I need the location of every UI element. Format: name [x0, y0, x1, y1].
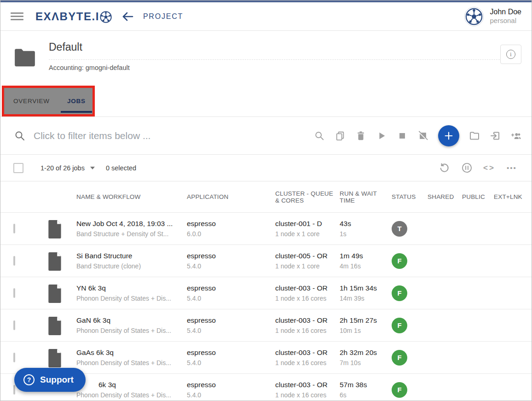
back-arrow-icon[interactable] — [121, 11, 134, 22]
column-header-status[interactable]: STATUS — [391, 193, 426, 200]
info-button[interactable]: i — [500, 45, 521, 64]
status-badge: F — [392, 350, 407, 366]
more-icon[interactable]: ••• — [506, 162, 518, 174]
menu-icon[interactable] — [11, 12, 23, 20]
job-wait-time: 10m 1s — [340, 326, 386, 335]
user-account-type: personal — [490, 17, 522, 25]
job-cluster-queue: cluster-003 - OR — [275, 380, 334, 390]
table-row[interactable]: YN 6k 3q Phonon Density of States + Dis.… — [0, 277, 532, 309]
job-wait-time: 6s — [340, 390, 386, 400]
job-cluster-queue: cluster-003 - OR — [275, 315, 334, 325]
project-header: Default Accounting: gmogni-default i — [0, 31, 532, 86]
run-icon[interactable] — [376, 130, 387, 141]
job-application: espresso — [187, 380, 269, 390]
share-with-people-icon[interactable] — [510, 130, 521, 141]
job-wait-time: 4m 16s — [340, 262, 386, 271]
job-cores: 1 node x 1 core — [275, 229, 334, 238]
page-size-dropdown-icon[interactable] — [90, 167, 95, 169]
job-cores: 1 node x 16 cores — [275, 294, 334, 303]
job-application-version: 6.0.0 — [187, 229, 269, 238]
user-name: John Doe — [490, 7, 522, 17]
tabs-bar: OVERVIEW JOBS — [0, 86, 532, 117]
tab-jobs[interactable]: JOBS — [67, 88, 86, 114]
job-name[interactable]: Si Band Structure — [76, 251, 180, 261]
job-cluster-queue: cluster-001 - D — [275, 219, 334, 229]
job-cores: 1 node x 16 cores — [275, 390, 334, 400]
job-cores: 1 node x 16 cores — [275, 326, 334, 335]
row-checkbox[interactable] — [13, 256, 15, 266]
row-checkbox[interactable] — [13, 353, 15, 362]
project-folder-icon — [13, 47, 36, 68]
column-header-application[interactable]: APPLICATION — [187, 193, 275, 200]
tab-overview-label: OVERVIEW — [13, 98, 50, 105]
job-name[interactable]: YN 6k 3q — [76, 283, 180, 293]
filter-input[interactable] — [34, 130, 314, 141]
code-icon[interactable]: <> — [483, 162, 495, 174]
info-icon: i — [506, 50, 515, 59]
copy-icon[interactable] — [335, 130, 346, 141]
row-checkbox[interactable] — [13, 224, 15, 233]
pause-circle-icon[interactable] — [461, 162, 473, 174]
tab-overview[interactable]: OVERVIEW — [13, 88, 50, 114]
job-file-icon — [47, 348, 76, 367]
row-checkbox[interactable] — [13, 385, 15, 395]
column-header-run-wait-time[interactable]: RUN & WAIT TIME — [340, 190, 391, 204]
job-wait-time: 14m 39s — [340, 294, 386, 303]
job-cores: 1 node x 16 cores — [275, 358, 334, 367]
breadcrumb-project[interactable]: PROJECT — [143, 12, 183, 21]
job-file-icon — [47, 219, 76, 238]
table-row[interactable]: GaAs 6k 3q Phonon Density of States + Di… — [0, 341, 532, 373]
job-cores: 1 node x 1 core — [275, 262, 334, 271]
cancel-icon[interactable] — [417, 130, 428, 141]
search-icon[interactable] — [314, 130, 325, 141]
status-badge: T — [392, 221, 407, 237]
job-name[interactable]: GaAs 6k 3q — [76, 348, 180, 358]
job-application-version: 5.4.0 — [187, 262, 269, 271]
job-application: espresso — [187, 251, 269, 261]
column-header-shared[interactable]: SHARED — [426, 193, 461, 200]
table-row[interactable]: New Job Oct 4, 2018, 19:03 ... Band Stru… — [0, 212, 532, 244]
move-to-folder-icon[interactable] — [469, 130, 480, 141]
selection-bar: 1-20 of 26 jobs 0 selected <> ••• — [0, 155, 532, 181]
job-run-time: 57m 38s — [340, 380, 386, 390]
refresh-icon[interactable] — [438, 162, 450, 174]
top-navigation-bar: EXΛBYTE.I — [0, 2, 532, 31]
select-all-checkbox[interactable] — [13, 163, 23, 173]
job-run-time: 2h 32m 20s — [340, 348, 386, 358]
job-name[interactable]: New Job Oct 4, 2018, 19:03 ... — [76, 219, 180, 229]
status-badge: F — [392, 285, 407, 301]
avatar[interactable] — [464, 7, 484, 26]
column-header-ext-lnk[interactable]: EXT+LNK — [494, 193, 532, 200]
job-name[interactable]: GaN 6k 3q — [76, 315, 180, 325]
column-header-public[interactable]: PUBLIC — [461, 193, 494, 200]
column-header-name-workflow[interactable]: NAME & WORKFLOW — [76, 193, 187, 200]
row-checkbox[interactable] — [13, 320, 15, 330]
pagination-range: 1-20 of 26 jobs — [40, 164, 85, 172]
status-badge: F — [392, 382, 407, 398]
row-checkbox[interactable] — [13, 288, 15, 298]
job-cluster-queue: cluster-003 - OR — [275, 283, 334, 293]
table-row[interactable]: GaN 6k 3q Phonon Density of States + Dis… — [0, 309, 532, 341]
exabyte-logo[interactable]: EXΛBYTE.I — [35, 10, 112, 23]
table-header-row: NAME & WORKFLOW APPLICATION CLUSTER - QU… — [0, 181, 532, 212]
support-button[interactable]: ? Support — [14, 368, 86, 392]
job-wait-time: 7m 10s — [340, 358, 386, 367]
create-job-button[interactable] — [438, 125, 459, 146]
job-name[interactable]: 6k 3q — [98, 380, 180, 390]
job-application-version: 5.4.0 — [187, 358, 269, 367]
job-actions-toolbar — [314, 125, 521, 146]
table-row[interactable]: Si Band Structure Band Structure (clone)… — [0, 244, 532, 277]
job-run-time: 2h 15m 27s — [340, 315, 386, 325]
job-application-version: 5.4.0 — [187, 390, 269, 400]
page-title: Default — [49, 41, 82, 53]
filter-search-icon — [14, 130, 25, 141]
active-tab-underline — [61, 111, 92, 113]
stop-icon[interactable] — [397, 130, 408, 141]
annotation-highlight-box: OVERVIEW JOBS — [2, 86, 95, 116]
job-application: espresso — [187, 283, 269, 293]
column-header-cluster[interactable]: CLUSTER - QUEUE & CORES — [275, 190, 340, 204]
exit-to-app-icon[interactable] — [490, 130, 501, 141]
filter-toolbar — [0, 117, 532, 155]
delete-icon[interactable] — [355, 130, 366, 141]
title-divider — [49, 59, 500, 60]
